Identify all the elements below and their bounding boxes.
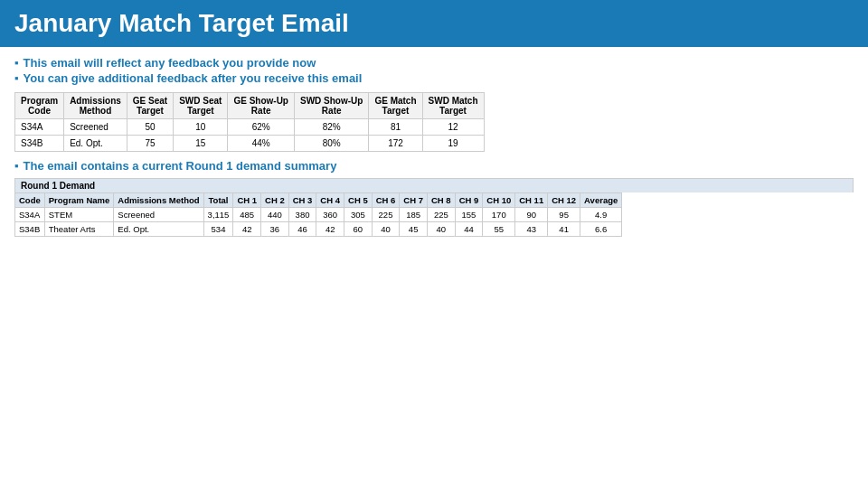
table-row: 50 — [127, 119, 173, 136]
table-row: 10 — [174, 119, 228, 136]
demand-col-header: CH 11 — [515, 193, 548, 208]
col-admissions-method: AdmissionsMethod — [64, 93, 127, 119]
demand-table-row: 55 — [483, 222, 515, 237]
demand-table-row: 42 — [316, 222, 344, 237]
col-ge-showup-rate: GE Show-UpRate — [228, 93, 295, 119]
demand-table-wrapper: Round 1 Demand CodeProgram NameAdmission… — [14, 176, 854, 237]
demand-table-row: 4.9 — [580, 208, 622, 222]
demand-table-row: 90 — [515, 208, 548, 222]
col-ge-match-target: GE MatchTarget — [369, 93, 422, 119]
demand-col-header: CH 9 — [455, 193, 483, 208]
demand-table-row: 3,115 — [203, 208, 233, 222]
demand-table-title: Round 1 Demand — [14, 178, 854, 192]
demand-table-row: 46 — [288, 222, 316, 237]
page-header: January Match Target Email — [0, 0, 868, 47]
table-row: 80% — [294, 136, 368, 152]
demand-col-header: CH 2 — [261, 193, 289, 208]
demand-col-header: CH 12 — [548, 193, 580, 208]
demand-col-header: CH 7 — [400, 193, 428, 208]
table-row: 15 — [174, 136, 228, 152]
demand-table-row: 380 — [288, 208, 316, 222]
demand-table-row: 42 — [233, 222, 261, 237]
demand-col-header: CH 8 — [427, 193, 455, 208]
demand-table-row: Screened — [114, 208, 203, 222]
demand-table-row: 44 — [455, 222, 483, 237]
demand-col-header: Total — [203, 193, 233, 208]
demand-table-row: Theater Arts — [44, 222, 114, 237]
col-swd-match-target: SWD MatchTarget — [422, 93, 484, 119]
demand-table-row: 155 — [455, 208, 483, 222]
col-swd-seat-target: SWD SeatTarget — [174, 93, 228, 119]
main-content: This email will reflect any feedback you… — [0, 47, 868, 246]
demand-table-row: Ed. Opt. — [114, 222, 203, 237]
table-row: 75 — [127, 136, 173, 152]
table-row: 62% — [228, 119, 295, 136]
table-row: 82% — [294, 119, 368, 136]
demand-table-row: S34B — [15, 222, 45, 237]
demand-table-row: 225 — [372, 208, 400, 222]
demand-section-label: The email contains a current Round 1 dem… — [14, 159, 854, 173]
table-row: 12 — [422, 119, 484, 136]
demand-table-row: 440 — [261, 208, 289, 222]
demand-table-row: 60 — [344, 222, 373, 237]
demand-table-row: 360 — [316, 208, 344, 222]
col-program-code: ProgramCode — [15, 93, 64, 119]
demand-table-row: 43 — [515, 222, 548, 237]
demand-table-row: 305 — [344, 208, 373, 222]
demand-col-header: Code — [15, 193, 45, 208]
demand-col-header: CH 3 — [288, 193, 316, 208]
demand-table-row: 41 — [548, 222, 580, 237]
table-row: Ed. Opt. — [64, 136, 127, 152]
table-row: S34A — [15, 119, 64, 136]
demand-table-row: 170 — [483, 208, 515, 222]
demand-col-header: Program Name — [44, 193, 114, 208]
table-row: S34B — [15, 136, 64, 152]
demand-table-row: 225 — [427, 208, 455, 222]
table-row: 172 — [369, 136, 422, 152]
page-title: January Match Target Email — [14, 9, 854, 38]
demand-table-row: 485 — [233, 208, 261, 222]
bullet-2: You can give additional feedback after y… — [14, 71, 854, 85]
demand-table-row: 185 — [400, 208, 428, 222]
demand-table-row: 40 — [427, 222, 455, 237]
demand-col-header: CH 6 — [372, 193, 400, 208]
demand-col-header: CH 10 — [483, 193, 515, 208]
demand-table-row: S34A — [15, 208, 45, 222]
demand-table: CodeProgram NameAdmissions MethodTotalCH… — [14, 192, 622, 237]
demand-table-row: 36 — [261, 222, 289, 237]
demand-table-row: STEM — [44, 208, 114, 222]
table-row: 19 — [422, 136, 484, 152]
demand-table-row: 534 — [203, 222, 233, 237]
col-ge-seat-target: GE SeatTarget — [127, 93, 173, 119]
demand-table-row: 40 — [372, 222, 400, 237]
table-row: Screened — [64, 119, 127, 136]
table-row: 81 — [369, 119, 422, 136]
demand-table-row: 95 — [548, 208, 580, 222]
demand-col-header: CH 4 — [316, 193, 344, 208]
demand-table-row: 45 — [400, 222, 428, 237]
table-row: 44% — [228, 136, 295, 152]
main-table-section: ProgramCode AdmissionsMethod GE SeatTarg… — [14, 92, 854, 152]
demand-col-header: Admissions Method — [114, 193, 203, 208]
bullet-1: This email will reflect any feedback you… — [14, 56, 854, 70]
main-table: ProgramCode AdmissionsMethod GE SeatTarg… — [14, 92, 485, 152]
demand-col-header: CH 5 — [344, 193, 373, 208]
col-swd-showup-rate: SWD Show-UpRate — [294, 93, 368, 119]
demand-col-header: Average — [580, 193, 622, 208]
demand-col-header: CH 1 — [233, 193, 261, 208]
demand-table-row: 6.6 — [580, 222, 622, 237]
